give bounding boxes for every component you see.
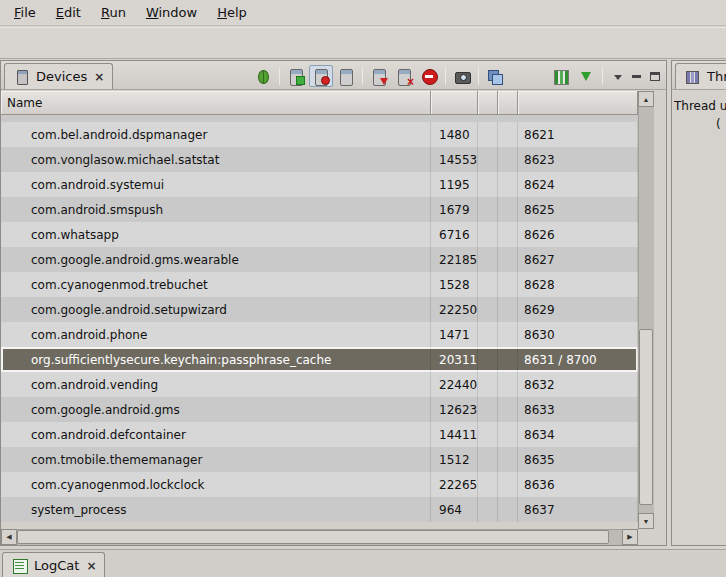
cell-empty: [478, 297, 498, 322]
horizontal-scrollbar-thumb[interactable]: [17, 530, 609, 544]
cell-empty: [498, 197, 518, 222]
process-name: system_process: [1, 497, 431, 522]
process-name: com.google.android.gms: [1, 397, 431, 422]
kill-process-button[interactable]: [392, 65, 416, 87]
process-row[interactable]: com.android.phone14718630: [1, 322, 638, 347]
threads-body: Thread up (: [672, 91, 726, 545]
cell-empty: [498, 447, 518, 472]
update-threads-icon: [370, 68, 388, 85]
toolbar-separator: [362, 67, 363, 85]
process-port: 8635: [518, 447, 638, 472]
stop-process-button[interactable]: [417, 65, 441, 87]
process-name: org.sufficientlysecure.keychain:passphra…: [1, 347, 431, 372]
close-icon[interactable]: ×: [92, 70, 104, 84]
tab-threads[interactable]: Threads: [675, 63, 726, 89]
column-header-name[interactable]: Name: [1, 91, 431, 114]
cell-empty: [498, 322, 518, 347]
process-name: com.android.vending: [1, 372, 431, 397]
process-row[interactable]: system_process9648637: [1, 497, 638, 522]
cell-empty: [478, 197, 498, 222]
update-heap-button[interactable]: [284, 65, 308, 87]
process-row[interactable]: com.google.android.setupwizard222508629: [1, 297, 638, 322]
view-menu-button[interactable]: [609, 68, 625, 84]
tab-devices[interactable]: Devices ×: [4, 63, 113, 89]
dump-hprof-icon: [312, 68, 330, 85]
thread-columns-button[interactable]: [549, 65, 573, 87]
logcat-icon: [11, 557, 29, 574]
process-port: 8625: [518, 197, 638, 222]
vertical-scrollbar-thumb[interactable]: [639, 329, 653, 505]
process-row[interactable]: com.tmobile.thememanager15128635: [1, 447, 638, 472]
menu-file[interactable]: File: [4, 0, 46, 25]
debug-process-button[interactable]: [251, 65, 275, 87]
method-profiling-button[interactable]: [574, 65, 598, 87]
cause-gc-icon: [337, 68, 355, 85]
dump-hprof-button[interactable]: [309, 65, 333, 87]
process-row[interactable]: com.google.android.gms126238633: [1, 397, 638, 422]
process-name: com.bel.android.dspmanager: [1, 122, 431, 147]
scroll-down-button[interactable]: [638, 513, 654, 529]
devices-view: Devices × Name com.bel.android.dspmanage…: [0, 60, 667, 546]
process-pid: 22265: [431, 472, 478, 497]
process-port: 8630: [518, 322, 638, 347]
process-row[interactable]: com.bel.android.dspmanager14808621: [1, 122, 638, 147]
method-profiling-icon: [577, 68, 595, 85]
hierarchy-view-button[interactable]: [483, 65, 507, 87]
threads-view: Threads Thread up (: [671, 60, 726, 546]
menu-run[interactable]: Run: [91, 0, 136, 25]
maximize-button[interactable]: [647, 68, 663, 84]
cell-empty: [478, 422, 498, 447]
process-row[interactable]: com.android.smspush16798625: [1, 197, 638, 222]
cause-gc-button[interactable]: [334, 65, 358, 87]
close-icon[interactable]: ×: [84, 559, 96, 573]
screen-capture-button[interactable]: [450, 65, 474, 87]
process-name: com.tmobile.thememanager: [1, 447, 431, 472]
update-threads-button[interactable]: [367, 65, 391, 87]
vertical-scrollbar[interactable]: [638, 91, 654, 529]
process-port: 8637: [518, 497, 638, 522]
debug-process-icon: [254, 68, 272, 85]
menu-help[interactable]: Help: [207, 0, 257, 25]
process-row[interactable]: com.cyanogenmod.trebuchet15288628: [1, 272, 638, 297]
cell-empty: [478, 397, 498, 422]
maximize-icon: [650, 72, 660, 81]
threads-tabbar: Threads: [672, 61, 726, 90]
minimize-icon: [632, 75, 641, 78]
scroll-right-button[interactable]: [622, 529, 638, 545]
process-port: 8624: [518, 172, 638, 197]
cell-empty: [498, 272, 518, 297]
process-row[interactable]: org.sufficientlysecure.keychain:passphra…: [1, 347, 638, 372]
process-row[interactable]: com.android.defcontainer144118634: [1, 422, 638, 447]
scroll-up-button[interactable]: [638, 91, 654, 107]
process-pid: 1512: [431, 447, 478, 472]
hierarchy-view-icon: [486, 68, 504, 85]
cell-empty: [498, 347, 518, 372]
process-pid: 6716: [431, 222, 478, 247]
process-pid: 1195: [431, 172, 478, 197]
tab-logcat[interactable]: LogCat ×: [2, 552, 105, 577]
process-row[interactable]: com.vonglasow.michael.satstat145538623: [1, 147, 638, 172]
cell-empty: [478, 222, 498, 247]
minimize-button[interactable]: [628, 68, 644, 84]
process-row[interactable]: com.android.systemui11958624: [1, 172, 638, 197]
process-name: com.vonglasow.michael.satstat: [1, 147, 431, 172]
toolbar-separator: [279, 67, 280, 85]
horizontal-scrollbar[interactable]: [1, 529, 638, 545]
process-table: Name com.bel.android.dspmanager14808621c…: [1, 91, 666, 545]
process-row[interactable]: com.android.vending224408632: [1, 372, 638, 397]
process-row[interactable]: com.cyanogenmod.lockclock222658636: [1, 472, 638, 497]
process-row[interactable]: com.whatsapp67168626: [1, 222, 638, 247]
process-pid: 1480: [431, 122, 478, 147]
cell-empty: [478, 322, 498, 347]
menu-edit[interactable]: Edit: [46, 0, 91, 25]
kill-process-icon: [395, 68, 413, 85]
process-pid: 22185: [431, 247, 478, 272]
menu-window[interactable]: Window: [136, 0, 207, 25]
process-name: com.google.android.gms.wearable: [1, 247, 431, 272]
process-pid: 22250: [431, 297, 478, 322]
process-row[interactable]: com.google.android.gms.wearable221858627: [1, 247, 638, 272]
column-header-empty: [498, 91, 518, 114]
devices-tabbar: Devices ×: [1, 61, 666, 90]
toolbar-separator: [445, 67, 446, 85]
scroll-left-button[interactable]: [1, 529, 17, 545]
